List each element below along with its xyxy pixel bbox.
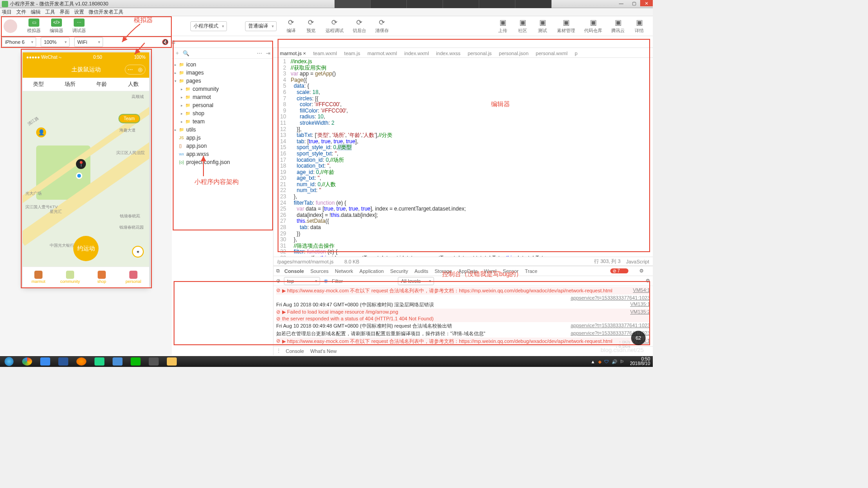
user-avatar[interactable] <box>4 19 17 33</box>
tree-project.config.json[interactable]: {o}project.config.json <box>172 158 273 166</box>
tb-baidu[interactable] <box>36 356 54 367</box>
tree-images[interactable]: ▸📁images <box>172 69 273 77</box>
tabbar[interactable]: marmot community shop personal <box>23 267 149 287</box>
editor-tab[interactable]: marmot.wxml <box>364 49 401 57</box>
collapse-icon[interactable]: ⇥ <box>266 50 270 56</box>
context-select[interactable]: top <box>284 277 320 285</box>
tb-app1[interactable] <box>108 356 127 367</box>
material-button[interactable]: ▣素材管理 <box>557 19 575 34</box>
editor-toggle[interactable]: </>编辑器 <box>50 19 63 34</box>
os-taskbar[interactable]: ▲◆🛡🔊⚐ 0:502018/8/10 <box>0 356 653 367</box>
action-button[interactable]: 约运动 <box>73 236 99 261</box>
filter-age[interactable]: 年龄 <box>86 78 118 91</box>
menu-tools[interactable]: 工具 <box>45 9 55 15</box>
add-file-icon[interactable]: ＋ <box>175 49 180 57</box>
filter-input[interactable] <box>332 278 394 284</box>
mute-icon[interactable]: 🔇 <box>162 39 169 45</box>
device-select[interactable]: iPhone 6 <box>2 37 36 47</box>
menu-edit[interactable]: 编辑 <box>31 9 41 15</box>
tree-icon[interactable]: ▸📁icon <box>172 61 273 69</box>
community-button[interactable]: ▣社区 <box>517 19 528 34</box>
tb-firefox[interactable] <box>72 356 90 367</box>
debugger-toggle[interactable]: ⋯调试器 <box>72 19 86 34</box>
filter-place[interactable]: 场所 <box>54 78 86 91</box>
console-settings-icon[interactable]: ⚙ <box>646 278 650 284</box>
devtab-sources[interactable]: Sources <box>310 268 328 274</box>
console-output[interactable]: ⊘▶ https://www.easy-mock.com 不在以下 reques… <box>274 286 653 346</box>
level-select[interactable]: All levels <box>398 277 434 285</box>
menubar[interactable]: 项目 文件 编辑 工具 界面 设置 微信开发者工具 <box>0 8 653 16</box>
tree-community[interactable]: ▸📁community <box>172 85 273 93</box>
tree-shop[interactable]: ▸📁shop <box>172 109 273 117</box>
maximize-btn[interactable]: ▢ <box>627 0 640 6</box>
tree-app.js[interactable]: JSapp.js <box>172 134 273 142</box>
tree-pages[interactable]: ▾📁pages <box>172 77 273 85</box>
menu-wx[interactable]: 微信开发者工具 <box>89 9 123 15</box>
detail-button[interactable]: ▣详情 <box>634 19 645 34</box>
tb-chrome[interactable] <box>18 356 36 367</box>
elements-icon[interactable]: ⧉ <box>276 268 280 274</box>
search-icon[interactable]: 🔍 <box>183 50 189 56</box>
bg-button[interactable]: ⟳切后台 <box>353 19 366 34</box>
compile-button[interactable]: ⟳编译 <box>286 19 297 34</box>
more-icon[interactable]: ⋯ <box>257 50 262 56</box>
editor-tab[interactable]: marmot.js × <box>276 49 310 57</box>
simulator-toggle[interactable]: ▭模拟器 <box>27 19 41 34</box>
system-tray[interactable]: ▲◆🛡🔊⚐ 0:502018/8/10 <box>588 357 653 366</box>
devtab-console[interactable]: Console <box>284 268 304 274</box>
devtab-trace[interactable]: Trace <box>525 268 538 274</box>
capsule-buttons[interactable]: ⋯◎ <box>125 65 146 75</box>
menu-file[interactable]: 文件 <box>16 9 26 15</box>
filter-bar[interactable]: 类型 场所 年龄 人数 <box>23 78 149 91</box>
devtab-audits[interactable]: Audits <box>415 268 429 274</box>
cache-button[interactable]: ⟳清缓存 <box>375 19 389 34</box>
marker-person-icon[interactable]: 👤 <box>36 127 46 137</box>
tree-personal[interactable]: ▸📁personal <box>172 101 273 109</box>
editor-tab[interactable]: personal.json <box>495 49 532 57</box>
upload-button[interactable]: ▣上传 <box>497 19 508 34</box>
tb-pycharm[interactable] <box>90 356 108 367</box>
file-tree[interactable]: ＋🔍⋯⇥ ▸📁icon▸📁images▾📁pages▸📁community▸📁m… <box>172 48 274 355</box>
repo-button[interactable]: ▣代码仓库 <box>584 19 602 34</box>
error-count[interactable]: ⊘ 7 <box>610 268 628 273</box>
menu-settings[interactable]: 设置 <box>74 9 84 15</box>
editor-tab[interactable]: team.wxml <box>310 49 341 57</box>
tree-marmot[interactable]: ▸📁marmot <box>172 93 273 101</box>
tree-app.json[interactable]: {}app.json <box>172 142 273 150</box>
devtab-network[interactable]: Network <box>335 268 353 274</box>
test-button[interactable]: ▣测试 <box>537 19 548 34</box>
devtab-application[interactable]: Application <box>359 268 384 274</box>
close-btn[interactable]: ✕ <box>640 0 653 6</box>
editor-tab[interactable]: index.wxml <box>401 49 432 57</box>
zoom-select[interactable]: 100% <box>41 37 70 47</box>
tab-community[interactable]: community <box>54 267 86 287</box>
tb-explorer[interactable] <box>163 356 181 367</box>
tab-marmot[interactable]: marmot <box>23 267 54 287</box>
menu-ui[interactable]: 界面 <box>60 9 70 15</box>
minimize-btn[interactable]: — <box>615 0 627 6</box>
clear-icon[interactable]: ⊘ <box>276 278 280 284</box>
tb-word[interactable] <box>54 356 72 367</box>
tb-wechat[interactable] <box>127 356 145 367</box>
drawer-console[interactable]: Console <box>286 348 304 354</box>
devtools-settings-icon[interactable]: ⚙ <box>639 268 644 274</box>
popout-icon[interactable]: ⧉ <box>171 39 175 45</box>
mode-select[interactable]: 小程序模式 <box>190 21 227 31</box>
marker-pin-icon[interactable]: 📍 <box>76 159 86 169</box>
code-editor[interactable]: 1234567891011121314151617181920212223242… <box>274 58 653 257</box>
filter-type[interactable]: 类型 <box>23 78 54 91</box>
editor-tab[interactable]: index.wxss <box>433 49 464 57</box>
tree-team[interactable]: ▸📁team <box>172 117 273 126</box>
tb-app2[interactable] <box>145 356 163 367</box>
editor-tab[interactable]: personal.js <box>464 49 495 57</box>
map-view[interactable]: 高顺城 清江路 海趣大道 滨江区人民法院 钱塘春晓苑 钱塘春晓花园 光大广场 滨… <box>23 91 149 267</box>
compile-select[interactable]: 普通编译 <box>245 21 277 31</box>
menu-project[interactable]: 项目 <box>2 9 12 15</box>
compass-icon[interactable]: ✦ <box>132 246 144 258</box>
tree-app.wxss[interactable]: wxapp.wxss <box>172 150 273 158</box>
start-button[interactable] <box>0 356 18 367</box>
devtab-security[interactable]: Security <box>390 268 408 274</box>
drawer-whatsnew[interactable]: What's New <box>310 348 336 354</box>
tab-shop[interactable]: shop <box>86 267 118 287</box>
drawer-more-icon[interactable]: ⋮ <box>276 348 281 354</box>
